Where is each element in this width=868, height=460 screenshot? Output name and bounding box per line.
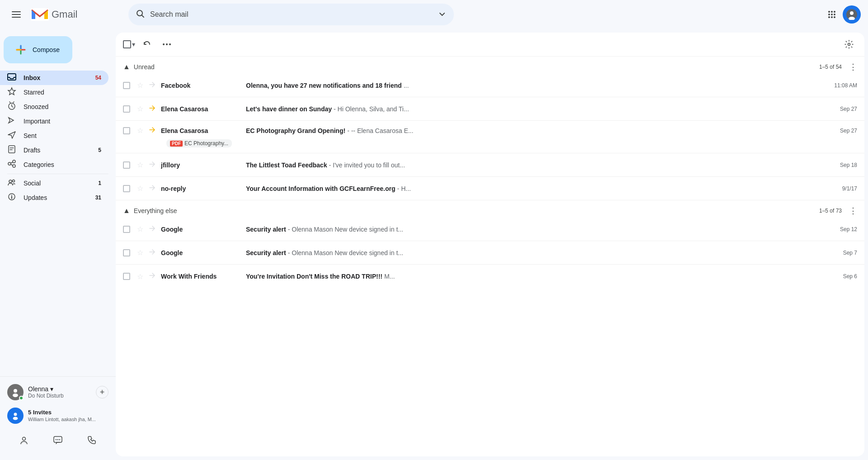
categories-label: Categories (24, 161, 101, 168)
svg-point-14 (834, 16, 835, 18)
call-nav-button[interactable] (83, 431, 101, 449)
email-row[interactable]: ☆ Work With Friends You're Invitation Do… (116, 265, 864, 288)
sidebar-item-updates[interactable]: Updates 31 (0, 190, 108, 205)
sidebar-item-sent[interactable]: Sent (0, 128, 108, 143)
gmail-logo: Gmail (31, 8, 77, 21)
apps-grid-icon[interactable] (823, 5, 841, 24)
forward-icon[interactable] (148, 249, 157, 257)
more-options-button[interactable] (159, 36, 175, 52)
email-body: Let's have dinner on Sunday - Hi Olenna,… (246, 105, 823, 113)
user-avatar (7, 384, 24, 400)
email-time: Sep 7 (830, 250, 857, 256)
account-avatar[interactable] (843, 5, 861, 24)
inbox-label: Inbox (24, 74, 88, 81)
forward-icon[interactable] (148, 225, 157, 233)
email-row[interactable]: ☆ Elena Casarosa EC Photography Grand Op… (116, 121, 864, 153)
select-all-wrapper[interactable]: ▾ (123, 40, 135, 48)
row-checkbox-elena1[interactable] (123, 105, 132, 113)
search-dropdown-arrow[interactable] (438, 9, 447, 20)
star-icon[interactable]: ☆ (136, 161, 145, 169)
select-all-checkbox[interactable] (123, 40, 131, 48)
star-icon[interactable]: ☆ (136, 248, 145, 257)
svg-point-9 (828, 14, 830, 15)
everything-else-collapse-button[interactable]: ▲ (123, 207, 130, 215)
forward-icon[interactable] (148, 81, 157, 90)
star-icon[interactable]: ☆ (136, 104, 145, 113)
star-icon[interactable]: ☆ (136, 272, 145, 281)
email-row[interactable]: ☆ Facebook Olenna, you have 27 new notif… (116, 74, 864, 97)
social-label: Social (24, 180, 91, 187)
unread-section-count: 1–5 of 54 (819, 64, 842, 70)
user-name: Olenna ▾ (28, 385, 64, 393)
user-info[interactable]: Olenna ▾ Do Not Disturb + (4, 380, 112, 404)
row-checkbox-jfillory[interactable] (123, 161, 132, 169)
everything-else-more[interactable]: ⋮ (849, 206, 857, 216)
svg-point-10 (831, 14, 833, 15)
forward-icon[interactable] (148, 185, 157, 193)
sidebar-item-drafts[interactable]: Drafts 5 (0, 143, 108, 157)
email-time: 9/1/17 (830, 185, 857, 192)
hamburger-icon[interactable] (7, 5, 25, 24)
forward-icon[interactable] (148, 105, 157, 113)
settings-button[interactable] (841, 36, 857, 52)
sidebar-item-important[interactable]: Important (0, 114, 108, 128)
email-time: 11:08 AM (830, 82, 857, 89)
chat-nav-button[interactable] (49, 431, 67, 449)
svg-point-7 (831, 11, 833, 13)
sender-name: Elena Casarosa (161, 105, 242, 113)
email-time: Sep 12 (830, 226, 857, 232)
row-checkbox-facebook[interactable] (123, 82, 132, 89)
attachment-name: EC Photography... (184, 140, 228, 147)
svg-point-36 (11, 194, 12, 195)
forward-icon[interactable] (148, 127, 157, 135)
important-label: Important (24, 118, 101, 125)
row-checkbox-google1[interactable] (123, 226, 132, 233)
svg-point-49 (848, 43, 850, 46)
select-dropdown-arrow[interactable]: ▾ (132, 41, 135, 48)
svg-rect-2 (12, 17, 21, 18)
unread-section-title: Unread (134, 63, 155, 71)
invites-section[interactable]: 5 Invites William Lintott, aakash jha, M… (4, 404, 112, 427)
row-checkbox-elena2[interactable] (123, 127, 132, 134)
star-icon[interactable]: ☆ (136, 225, 145, 233)
sidebar-item-starred[interactable]: Starred (0, 85, 108, 100)
svg-marker-25 (9, 118, 14, 123)
sidebar-item-categories[interactable]: Categories (0, 157, 108, 172)
user-details: Olenna ▾ Do Not Disturb (28, 385, 64, 399)
svg-line-30 (11, 162, 13, 163)
sidebar-item-social[interactable]: Social 1 (0, 176, 108, 190)
compose-button[interactable]: Compose (4, 36, 72, 63)
row-checkbox-noreply[interactable] (123, 185, 132, 192)
sidebar-item-inbox[interactable]: Inbox 54 (0, 71, 108, 85)
add-account-button[interactable]: + (96, 386, 108, 398)
star-icon[interactable]: ☆ (136, 184, 145, 193)
email-row[interactable]: ☆ no-reply Your Account Information with… (116, 177, 864, 200)
email-preview: - Hi Olenna, Silva, and Ti... (334, 105, 409, 113)
email-preview: M... (384, 273, 395, 280)
refresh-button[interactable] (139, 36, 155, 52)
star-icon[interactable]: ☆ (136, 81, 145, 90)
social-icon (7, 178, 16, 189)
email-row[interactable]: ☆ Google Security alert - Olenna Mason N… (116, 218, 864, 241)
email-subject: EC Photography Grand Opening! (246, 127, 345, 134)
email-row[interactable]: ☆ jfillory The Littlest Toad Feedback - … (116, 153, 864, 177)
attachment-chip[interactable]: PDF EC Photography... (166, 139, 232, 147)
sidebar-item-snoozed[interactable]: Snoozed (0, 100, 108, 114)
unread-collapse-button[interactable]: ▲ (123, 63, 130, 71)
forward-icon[interactable] (148, 272, 157, 280)
svg-point-41 (23, 437, 26, 441)
row-checkbox-google2[interactable] (123, 249, 132, 256)
star-icon[interactable]: ☆ (136, 126, 145, 135)
people-nav-button[interactable] (15, 431, 33, 449)
search-input[interactable] (150, 10, 432, 19)
email-body: Olenna, you have 27 new notifications an… (246, 82, 823, 89)
svg-point-46 (163, 43, 165, 45)
email-row[interactable]: ☆ Elena Casarosa Let's have dinner on Su… (116, 97, 864, 121)
email-subject: Your Account Information with GCFLearnFr… (246, 185, 396, 192)
email-body: EC Photography Grand Opening! - -- Elena… (246, 127, 823, 134)
unread-section-more[interactable]: ⋮ (849, 62, 857, 72)
svg-point-48 (169, 43, 171, 45)
forward-icon[interactable] (148, 161, 157, 169)
email-row[interactable]: ☆ Google Security alert - Olenna Mason N… (116, 241, 864, 265)
row-checkbox-wwf[interactable] (123, 273, 132, 280)
